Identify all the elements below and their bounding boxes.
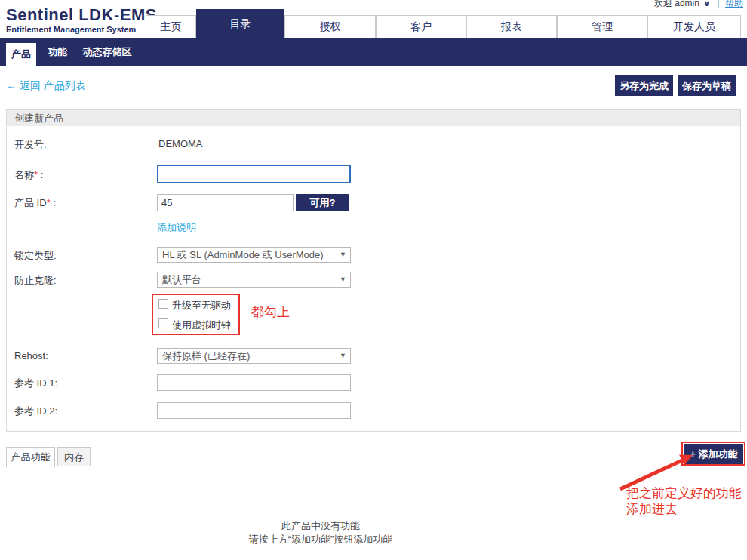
add-description-link[interactable]: 添加说明 xyxy=(157,221,196,235)
app-logo: Sentinel LDK-EMS Entitlement Management … xyxy=(6,6,157,34)
add-feature-button[interactable]: + 添加功能 xyxy=(684,444,743,464)
dropdown-arrow-icon: ▼ xyxy=(340,272,346,287)
tab-memory[interactable]: 内存 xyxy=(57,447,91,466)
help-link[interactable]: 帮助 xyxy=(725,0,743,8)
locking-type-select[interactable]: HL 或 SL (AdminMode 或 UserMode) ▼ xyxy=(157,247,351,263)
back-link-label: 返回 产品列表 xyxy=(20,79,86,91)
user-menu-caret-icon[interactable]: ∨ xyxy=(703,0,710,8)
dev-id-label: 开发号: xyxy=(14,138,47,152)
locking-type-label: 锁定类型: xyxy=(14,249,57,263)
tab-product-features[interactable]: 产品功能 xyxy=(6,447,55,467)
subnav-bar: 产品 功能 动态存储区 xyxy=(0,38,747,66)
rehost-select[interactable]: 保持原样 (已经存在) ▼ xyxy=(157,348,351,364)
tab-customers[interactable]: 客户 xyxy=(376,15,466,38)
ref-id-2-label: 参考 ID 2: xyxy=(14,405,57,418)
ref-id-1-input[interactable] xyxy=(157,374,351,391)
name-colon: : xyxy=(38,169,43,180)
name-input[interactable] xyxy=(157,165,351,183)
dropdown-arrow-icon: ▼ xyxy=(340,248,346,262)
back-link[interactable]: ← 返回 产品列表 xyxy=(6,79,86,93)
features-tabbar-divider xyxy=(6,466,741,466)
welcome-bar: 欢迎 admin ∨ | 帮助 xyxy=(654,0,743,10)
product-id-label: 产品 ID* : xyxy=(14,196,56,210)
logo-subtitle: Entitlement Management System xyxy=(6,25,157,34)
annotation-add-note: 把之前定义好的功能 添加进去 xyxy=(626,485,742,517)
annotation-add-note-line2: 添加进去 xyxy=(626,501,742,517)
rehost-value: 保持原样 (已经存在) xyxy=(162,350,250,362)
locking-type-value: HL 或 SL (AdminMode 或 UserMode) xyxy=(162,249,324,260)
ref-id-1-label: 参考 ID 1: xyxy=(14,377,57,390)
logo-title: Sentinel LDK-EMS xyxy=(6,6,157,24)
name-label: 名称* : xyxy=(14,168,43,182)
virtual-clock-checkbox[interactable] xyxy=(158,318,168,328)
subnav-item-features[interactable]: 功能 xyxy=(42,38,72,66)
tab-administration[interactable]: 管理 xyxy=(557,15,647,38)
annotation-check-note: 都勾上 xyxy=(251,304,290,320)
create-product-form: 开发号: DEMOMA 名称* : 产品 ID* : 可用? 添加说明 锁定类型… xyxy=(6,126,741,432)
tab-catalog[interactable]: 目录 xyxy=(196,9,284,38)
clone-protection-label: 防止克隆: xyxy=(14,274,57,288)
subnav-item-products[interactable]: 产品 xyxy=(6,43,36,66)
welcome-text: 欢迎 admin xyxy=(654,0,699,8)
section-title: 创建新产品 xyxy=(6,109,741,127)
clone-protection-value: 默认平台 xyxy=(162,274,201,285)
tab-developers[interactable]: 开发人员 xyxy=(647,15,741,38)
upgrade-driverless-checkbox[interactable] xyxy=(158,299,168,309)
empty-message-line1: 此产品中没有功能 xyxy=(94,519,547,533)
rehost-label: Rehost: xyxy=(14,350,48,362)
product-id-input[interactable] xyxy=(157,194,294,211)
availability-check-button[interactable]: 可用? xyxy=(296,194,349,211)
virtual-clock-label[interactable]: 使用虚拟时钟 xyxy=(172,318,231,332)
product-id-label-text: 产品 ID xyxy=(14,197,47,208)
empty-feature-message: 此产品中没有功能 请按上方“添加功能”按钮添加功能 xyxy=(94,519,547,546)
product-id-colon: : xyxy=(51,197,56,208)
back-arrow-icon: ← xyxy=(6,79,17,91)
subnav-item-storage[interactable]: 动态存储区 xyxy=(77,38,137,66)
tab-home[interactable]: 主页 xyxy=(146,15,196,38)
tab-reports[interactable]: 报表 xyxy=(466,15,557,38)
dropdown-arrow-icon: ▼ xyxy=(340,349,346,363)
name-label-text: 名称 xyxy=(14,169,34,180)
ref-id-2-input[interactable] xyxy=(157,402,351,419)
annotation-add-note-line1: 把之前定义好的功能 xyxy=(626,485,742,501)
save-as-complete-button[interactable]: 另存为完成 xyxy=(615,75,673,96)
tab-entitlements[interactable]: 授权 xyxy=(284,15,376,38)
clone-protection-select[interactable]: 默认平台 ▼ xyxy=(157,272,351,288)
divider: | xyxy=(718,0,720,8)
save-as-draft-button[interactable]: 保存为草稿 xyxy=(678,75,736,96)
empty-message-line2: 请按上方“添加功能”按钮添加功能 xyxy=(94,533,547,546)
dev-id-value: DEMOMA xyxy=(158,138,203,149)
upgrade-driverless-label[interactable]: 升级至无驱动 xyxy=(172,299,231,312)
